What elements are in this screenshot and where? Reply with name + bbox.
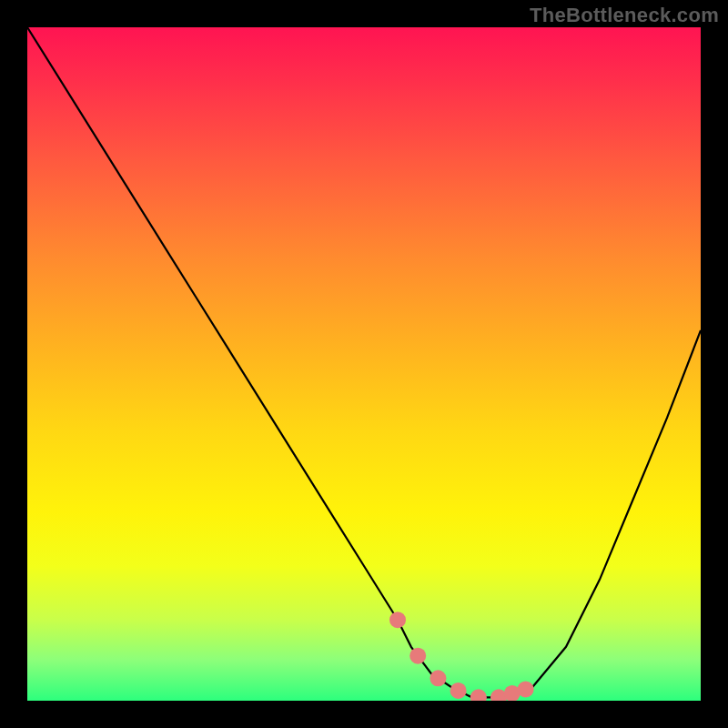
trough-marker xyxy=(470,689,487,701)
curve-svg xyxy=(27,27,701,701)
trough-marker xyxy=(450,682,467,699)
trough-marker xyxy=(410,648,426,664)
plot-area xyxy=(27,27,701,701)
trough-marker xyxy=(518,681,534,697)
trough-marker xyxy=(389,612,406,628)
bottleneck-curve xyxy=(27,27,701,697)
trough-markers xyxy=(389,612,534,701)
watermark-text: TheBottleneck.com xyxy=(530,4,719,27)
chart-frame: TheBottleneck.com xyxy=(0,0,728,728)
trough-marker xyxy=(430,670,446,686)
